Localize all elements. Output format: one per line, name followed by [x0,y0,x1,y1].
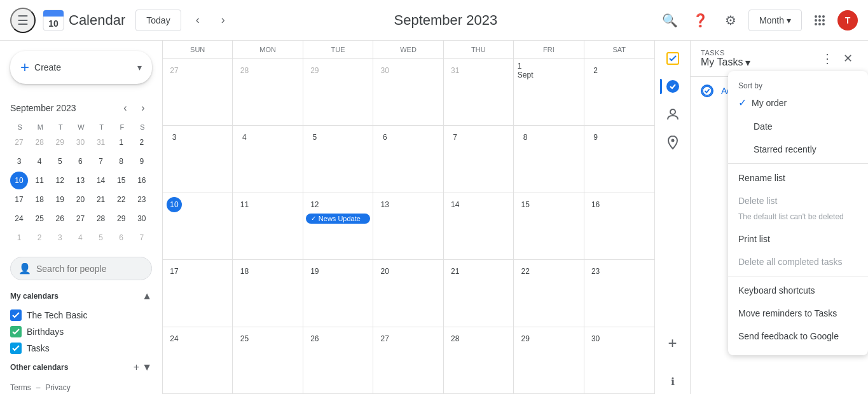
mini-cal-day[interactable]: 29 [113,210,130,228]
cal-cell[interactable]: 10 [163,193,233,260]
mini-cal-day[interactable]: 27 [71,210,89,228]
mini-cal-day[interactable]: 9 [133,153,151,170]
cal-cell[interactable]: 6 [373,126,443,193]
mini-cal-day[interactable]: 11 [31,172,48,189]
send-feedback-item[interactable]: Send feedback to Google [728,325,868,348]
mini-cal-day[interactable]: 20 [71,191,89,208]
search-people-field[interactable]: 👤 [10,257,152,280]
mini-cal-day[interactable]: 19 [51,191,69,208]
tasks-close-button[interactable]: ✕ [837,48,858,69]
cal-cell[interactable]: 2 [584,59,654,126]
rename-list-item[interactable]: Rename list [728,166,868,189]
cal-cell[interactable]: 27 [373,327,443,394]
maps-icon-button[interactable] [660,130,685,155]
cal-cell[interactable]: 11 [233,193,303,260]
sort-date[interactable]: Date [728,115,868,138]
settings-button[interactable]: ⚙ [718,8,743,33]
mini-cal-day[interactable]: 3 [10,153,28,170]
my-calendars-section-header[interactable]: My calendars ▲ [0,285,162,307]
info-button[interactable]: ℹ [660,369,685,394]
search-people-input[interactable] [36,264,144,274]
cal-cell[interactable]: 28 [233,59,303,126]
mini-cal-day[interactable]: 17 [10,191,28,208]
cal-cell[interactable]: 16 [584,193,654,260]
move-reminders-item[interactable]: Move reminders to Tasks [728,302,868,325]
keyboard-shortcuts-item[interactable]: Keyboard shortcuts [728,279,868,302]
app-logo[interactable]: 10 Calendar [41,8,125,33]
cal-cell[interactable]: 18 [233,260,303,327]
cal-cell[interactable]: 19 [303,260,373,327]
calendar-checkbox-birthdays[interactable] [10,326,22,337]
cal-cell[interactable]: 3 [163,126,233,193]
cal-cell[interactable]: 30 [584,327,654,394]
cal-cell[interactable]: 27 [163,59,233,126]
other-calendars-collapse-button[interactable]: ▼ [142,362,152,373]
google-apps-button[interactable] [807,8,832,33]
add-panel-button[interactable]: + [660,330,685,356]
mini-cal-day[interactable]: 1 [113,133,130,151]
mini-cal-day[interactable]: 30 [133,210,151,228]
search-button[interactable]: 🔍 [657,8,682,33]
cal-cell[interactable]: 14 [444,193,514,260]
mini-cal-day[interactable]: 22 [113,191,130,208]
mini-cal-day[interactable]: 5 [92,229,110,247]
tasks-icon-button[interactable] [660,46,685,71]
mini-cal-day[interactable]: 6 [113,229,130,247]
mini-cal-day[interactable]: 5 [51,153,69,170]
tasks-more-button[interactable]: ⋮ [817,48,837,69]
add-other-calendar-button[interactable]: + [134,362,139,373]
cal-cell[interactable]: 28 [444,327,514,394]
cal-cell[interactable]: 12✓News Update [303,193,373,260]
mini-cal-day[interactable]: 28 [31,133,48,151]
sort-my-order[interactable]: ✓ My order [728,90,868,115]
mini-cal-day[interactable]: 18 [31,191,48,208]
view-selector-button[interactable]: Month ▾ [748,10,802,31]
mini-cal-day[interactable]: 2 [133,133,151,151]
cal-cell[interactable]: 23 [584,260,654,327]
task-list-icon-button[interactable] [660,74,685,99]
user-avatar[interactable]: T [837,10,858,31]
cal-cell[interactable]: 21 [444,260,514,327]
cal-cell[interactable]: 29 [514,327,584,394]
privacy-link[interactable]: Privacy [45,383,70,392]
cal-cell[interactable]: 4 [233,126,303,193]
mini-cal-day[interactable]: 4 [31,153,48,170]
mini-cal-day[interactable]: 2 [31,229,48,247]
help-button[interactable]: ❓ [687,8,713,33]
mini-cal-day[interactable]: 28 [92,210,110,228]
terms-link[interactable]: Terms [10,383,31,392]
mini-cal-day[interactable]: 27 [10,133,28,151]
mini-cal-day[interactable]: 6 [71,153,89,170]
my-calendars-collapse-button[interactable]: ▲ [142,290,152,302]
contacts-icon-button[interactable] [660,102,685,127]
mini-cal-day[interactable]: 13 [71,172,89,189]
mini-cal-day[interactable]: 7 [133,229,151,247]
mini-cal-day[interactable]: 29 [51,133,69,151]
cal-cell[interactable]: 1 Sept [514,59,584,126]
mini-cal-day[interactable]: 24 [10,210,28,228]
create-button[interactable]: + Create ▾ [10,51,152,84]
cal-cell[interactable]: 8 [514,126,584,193]
mini-cal-day[interactable]: 10 [10,172,28,189]
cal-cell[interactable]: 9 [584,126,654,193]
mini-cal-day[interactable]: 26 [51,210,69,228]
tasks-name-dropdown[interactable]: My Tasks ▾ [701,57,817,69]
cal-cell[interactable]: 15 [514,193,584,260]
today-button[interactable]: Today [135,10,181,31]
mini-cal-day[interactable]: 7 [92,153,110,170]
mini-cal-day[interactable]: 25 [31,210,48,228]
cal-cell[interactable]: 5 [303,126,373,193]
mini-cal-day[interactable]: 15 [113,172,130,189]
mini-cal-day[interactable]: 12 [51,172,69,189]
mini-cal-day[interactable]: 14 [92,172,110,189]
cal-cell[interactable]: 29 [303,59,373,126]
mini-cal-day[interactable]: 31 [92,133,110,151]
calendar-checkbox-tech-basic[interactable] [10,309,22,321]
cal-cell[interactable]: 7 [444,126,514,193]
calendar-item-birthdays[interactable]: Birthdays [0,323,162,340]
cal-cell[interactable]: 13 [373,193,443,260]
sort-starred[interactable]: Starred recently [728,138,868,161]
mini-cal-day[interactable]: 16 [133,172,151,189]
mini-cal-day[interactable]: 21 [92,191,110,208]
mini-cal-next-button[interactable]: › [134,99,152,117]
